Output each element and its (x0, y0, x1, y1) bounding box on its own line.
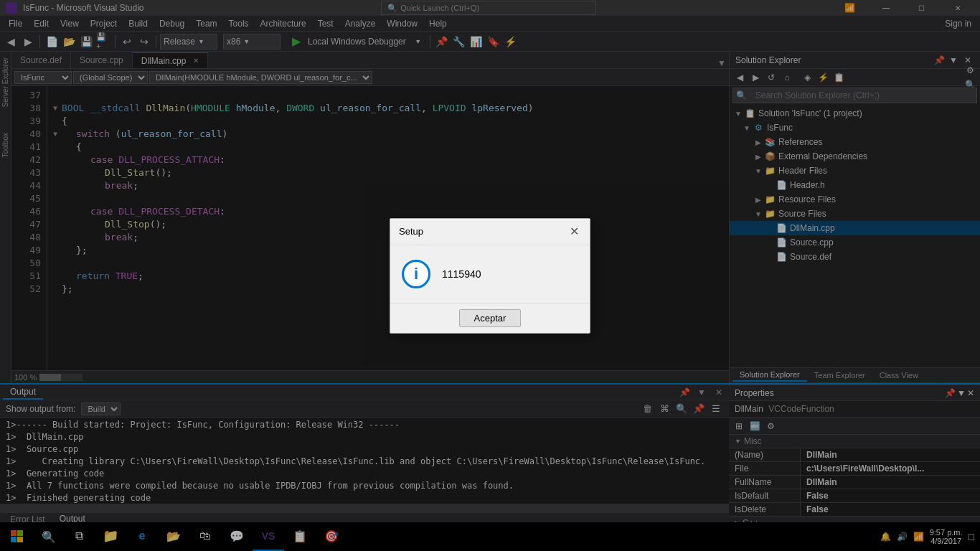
dialog-overlay: Setup ✕ i 1115940 Aceptar (0, 0, 980, 551)
dialog-title-bar: Setup ✕ (390, 219, 590, 245)
dialog-accept-button[interactable]: Aceptar (459, 309, 522, 327)
dialog-message-text: 1115940 (442, 268, 481, 280)
dialog-body: i 1115940 (390, 245, 590, 303)
dialog-info-icon: i (402, 260, 430, 288)
setup-dialog: Setup ✕ i 1115940 Aceptar (390, 218, 590, 334)
dialog-footer: Aceptar (390, 303, 590, 333)
dialog-title-text: Setup (399, 226, 423, 237)
dialog-close-button[interactable]: ✕ (567, 225, 581, 239)
